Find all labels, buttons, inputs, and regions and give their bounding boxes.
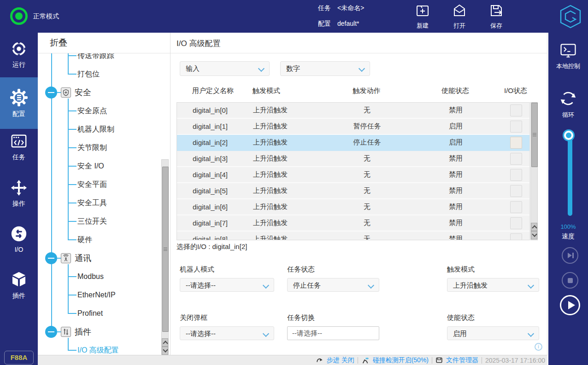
sidebar-item-config[interactable]: 配置: [0, 77, 38, 129]
task-switch-input[interactable]: [287, 326, 379, 340]
tree-item-safety-tool[interactable]: 安全工具: [77, 194, 107, 212]
tree-line: [68, 350, 76, 351]
tree-item-profinet[interactable]: Profinet: [77, 304, 103, 323]
sidebar-item-plugin[interactable]: 插件: [0, 264, 38, 306]
save-button[interactable]: 保存: [482, 3, 511, 30]
table-row[interactable]: digital_in[0] 上升沿触发 无 禁用: [177, 103, 529, 119]
tree-collapse-node[interactable]: [45, 87, 57, 98]
table-row[interactable]: digital_in[5] 上升沿触发 无 禁用: [177, 183, 529, 199]
task-state-dropdown[interactable]: 停止任务: [287, 278, 379, 292]
sidebar-item-label: I/O: [15, 246, 24, 253]
open-button[interactable]: 打开: [445, 3, 474, 30]
col-trigger-mode: 触发模式: [253, 87, 324, 95]
signal-type-dropdown[interactable]: 数字: [280, 61, 370, 76]
tree-item-safety[interactable]: 安全: [75, 83, 91, 102]
trigger-mode-dropdown[interactable]: 上升沿触发: [447, 278, 539, 292]
task-value: <未命名>: [337, 4, 364, 12]
chevron-down-icon: [258, 65, 265, 72]
play-button[interactable]: [560, 295, 580, 315]
io-direction-value: 输入: [186, 64, 200, 72]
tree-scrollbar-thumb[interactable]: [162, 167, 169, 332]
clock-timestamp: 2025-03-17 17:16:00: [485, 357, 545, 364]
table-scrollbar-thumb[interactable]: [531, 103, 538, 167]
io-state-checkbox[interactable]: [510, 169, 522, 181]
tree-collapse-header[interactable]: 折叠: [38, 33, 170, 53]
chevron-down-icon: [263, 330, 269, 337]
io-state-checkbox[interactable]: [510, 153, 522, 165]
io-state-checkbox[interactable]: [510, 121, 522, 133]
table-row[interactable]: digital_in[1] 上升沿触发 暂停任务 启用: [177, 119, 529, 135]
tree-item-three-position-switch[interactable]: 三位开关: [77, 212, 107, 231]
tree-item-conveyor-tracking[interactable]: 传送带跟踪: [77, 53, 114, 65]
table-row[interactable]: digital_in[6] 上升沿触发 无 禁用: [177, 199, 529, 215]
task-state-label: 任务状态: [287, 265, 315, 274]
io-state-checkbox[interactable]: [510, 233, 522, 241]
table-row[interactable]: digital_in[4] 上升沿触发 无 禁用: [177, 167, 529, 183]
step-mode-status[interactable]: 步进 关闭: [327, 356, 354, 365]
table-scrollbar[interactable]: [530, 102, 538, 240]
stop-button[interactable]: [562, 272, 578, 289]
io-direction-dropdown[interactable]: 输入: [180, 61, 270, 76]
tree-item-communication[interactable]: 通讯: [75, 249, 91, 267]
title-divider: [171, 53, 547, 53]
io-table: digital_in[0] 上升沿触发 无 禁用 digital_in[1] 上…: [176, 102, 530, 240]
tree-item-pack-position[interactable]: 打包位: [77, 65, 100, 83]
io-state-checkbox[interactable]: [510, 137, 522, 149]
tree-item-plugin[interactable]: 插件: [75, 323, 91, 341]
tree-collapse-node[interactable]: [45, 252, 57, 264]
table-row[interactable]: digital_in[8] 上升沿触发 无 禁用: [177, 232, 529, 240]
robot-mode-dropdown[interactable]: --请选择--: [180, 278, 274, 292]
app-root: 正常模式 任务<未命名> 配置default* 新建 打开: [0, 0, 588, 365]
run-icon: [10, 40, 28, 58]
sidebar-item-io[interactable]: I/O: [0, 218, 38, 260]
table-scroll-down-button[interactable]: [531, 231, 537, 239]
tree-item-joint-limits[interactable]: 关节限制: [77, 139, 107, 157]
col-enable-state: 使能状态: [409, 87, 501, 95]
mode-status-icon: [10, 7, 28, 25]
open-file-icon: [452, 3, 467, 18]
trigger-mode-label: 触发模式: [447, 265, 475, 274]
tree-item-hardware[interactable]: 硬件: [77, 231, 92, 249]
tree-item-ethernet-ip[interactable]: EtherNet/IP: [77, 286, 116, 304]
sidebar-item-task[interactable]: 任务: [0, 126, 38, 168]
tree-item-safety-io[interactable]: 安全 I/O: [77, 157, 104, 175]
io-state-checkbox[interactable]: [510, 217, 522, 229]
tree-item-io-advanced-config[interactable]: I/O 高级配置: [77, 341, 119, 355]
table-row[interactable]: digital_in[3] 上升沿触发 无 禁用: [177, 151, 529, 167]
table-scroll-up-button[interactable]: [531, 223, 537, 231]
tree-scrollbar[interactable]: [161, 159, 169, 355]
info-icon[interactable]: [535, 343, 542, 351]
local-control-button[interactable]: 本地控制: [548, 42, 588, 70]
table-row[interactable]: digital_in[7] 上升沿触发 无 禁用: [177, 215, 529, 232]
tree-item-safety-home[interactable]: 安全原点: [77, 102, 107, 120]
tree-line: [68, 184, 76, 185]
enable-state-dropdown[interactable]: 启用: [447, 326, 539, 340]
tree-item-safety-planes[interactable]: 安全平面: [77, 175, 107, 194]
io-state-checkbox[interactable]: [510, 104, 522, 116]
loop-button[interactable]: 循环: [548, 89, 588, 119]
tree-line: [68, 53, 69, 74]
file-manager-link[interactable]: 文件管理器: [446, 356, 478, 365]
new-button[interactable]: 新建: [408, 3, 437, 30]
tree-content: 传送带跟踪 打包位 安全 安全原点 机器人限制 关节限制 安全 I/O 安全平面…: [38, 53, 170, 355]
sidebar-item-label: 插件: [12, 292, 25, 300]
tree-collapse-node[interactable]: [45, 326, 57, 338]
step-forward-button[interactable]: [562, 247, 578, 264]
sidebar-item-run[interactable]: 运行: [0, 33, 38, 76]
tree-scroll-up-button[interactable]: [162, 338, 168, 347]
speed-slider-track[interactable]: [568, 137, 572, 216]
task-code-icon: [10, 133, 28, 150]
close-popup-dropdown[interactable]: --请选择--: [180, 326, 274, 340]
tree-item-robot-limits[interactable]: 机器人限制: [77, 120, 114, 139]
signal-type-value: 数字: [286, 64, 300, 72]
io-state-checkbox[interactable]: [510, 185, 522, 197]
table-row-selected[interactable]: digital_in[2] 上升沿触发 停止任务 启用: [177, 135, 529, 151]
tree-scroll-down-button[interactable]: [162, 347, 168, 355]
sidebar-item-operate[interactable]: 操作: [0, 172, 38, 214]
speed-slider-knob[interactable]: [564, 131, 573, 140]
collision-detect-status[interactable]: 碰撞检测开启(50%): [373, 356, 429, 365]
tree-item-modbus[interactable]: Modbus: [77, 267, 104, 286]
io-state-checkbox[interactable]: [510, 201, 522, 213]
config-label: 配置: [318, 20, 331, 27]
tree-line: [68, 55, 76, 56]
